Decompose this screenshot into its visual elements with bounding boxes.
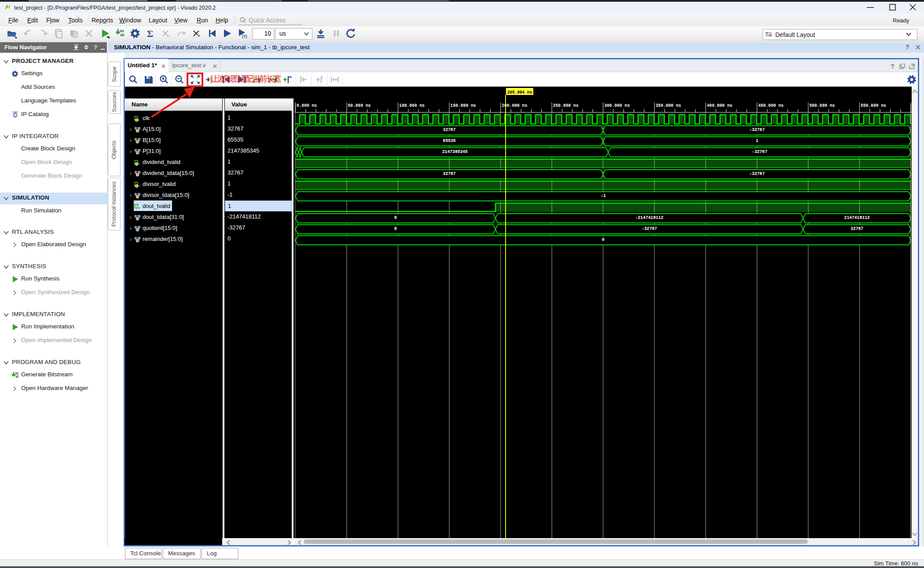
svg-text:450.000 ns: 450.000 ns — [758, 102, 784, 108]
svg-text:-32767: -32767 — [749, 171, 765, 176]
svg-text:-32767: -32767 — [752, 149, 767, 154]
svg-text:2147418112: 2147418112 — [844, 215, 870, 220]
svg-text:65535: 65535 — [443, 138, 456, 143]
svg-text:205.004 ns: 205.004 ns — [507, 90, 532, 95]
svg-text:550.000 ns: 550.000 ns — [861, 102, 886, 108]
svg-text:2147385345: 2147385345 — [442, 149, 468, 154]
svg-text:0: 0 — [602, 237, 605, 242]
svg-text:300.000 ns: 300.000 ns — [604, 102, 630, 108]
svg-text:0: 0 — [394, 226, 397, 231]
svg-text:0.000 ns: 0.000 ns — [297, 102, 317, 108]
svg-text:10: 10 — [15, 375, 19, 378]
svg-text:50.000 ns: 50.000 ns — [348, 102, 371, 108]
svg-text:32767: 32767 — [851, 226, 863, 231]
svg-text:-1: -1 — [601, 193, 606, 198]
svg-text:32767: 32767 — [443, 127, 456, 132]
svg-text:150.000 ns: 150.000 ns — [451, 102, 476, 108]
svg-text:250.000 ns: 250.000 ns — [553, 102, 579, 108]
svg-text:1: 1 — [756, 138, 759, 143]
svg-text:32767: 32767 — [443, 171, 456, 176]
svg-text:-32767: -32767 — [642, 226, 657, 231]
svg-text:500.000 ns: 500.000 ns — [809, 102, 835, 108]
svg-text:0: 0 — [394, 215, 397, 220]
svg-text:01: 01 — [15, 372, 19, 375]
svg-text:-2147418112: -2147418112 — [635, 215, 664, 220]
svg-text:100.000 ns: 100.000 ns — [399, 102, 425, 108]
svg-text:400.000 ns: 400.000 ns — [707, 102, 732, 108]
svg-text:350.000 ns: 350.000 ns — [656, 102, 681, 108]
svg-text:-32767: -32767 — [749, 127, 765, 132]
